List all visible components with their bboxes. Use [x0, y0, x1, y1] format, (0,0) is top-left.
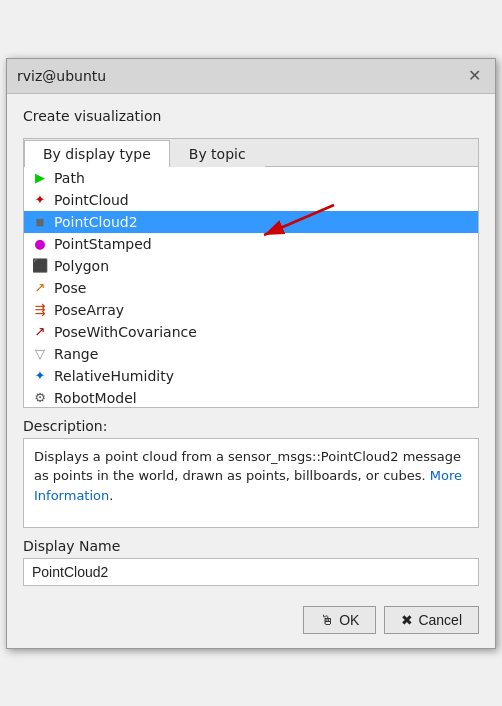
- close-button[interactable]: ✕: [463, 65, 485, 87]
- pointcloud2-label: PointCloud2: [54, 214, 138, 230]
- description-text: Displays a point cloud from a sensor_msg…: [34, 449, 461, 484]
- display-name-label: Display Name: [23, 538, 479, 554]
- robotmodel-icon: ⚙: [32, 390, 48, 406]
- ok-button[interactable]: 🖱 OK: [303, 606, 376, 634]
- list-item[interactable]: ✦RelativeHumidity: [24, 365, 478, 387]
- relativehumidity-icon: ✦: [32, 368, 48, 384]
- title-bar: rviz@ubuntu ✕: [7, 59, 495, 94]
- tab-container: By display type By topic ▶Path✦PointClou…: [23, 138, 479, 408]
- ok-label: OK: [339, 612, 359, 628]
- pointstamped-label: PointStamped: [54, 236, 152, 252]
- polygon-icon: ⬛: [32, 258, 48, 274]
- tab-by-display-type[interactable]: By display type: [24, 140, 170, 167]
- create-visualization-dialog: rviz@ubuntu ✕ Create visualization By di…: [6, 58, 496, 649]
- description-section: Description: Displays a point cloud from…: [23, 418, 479, 528]
- description-label: Description:: [23, 418, 479, 434]
- list-item[interactable]: ▽Range: [24, 343, 478, 365]
- tab-bar: By display type By topic: [24, 139, 478, 167]
- path-icon: ▶: [32, 170, 48, 186]
- cancel-button[interactable]: ✖ Cancel: [384, 606, 479, 634]
- description-suffix: .: [109, 488, 113, 503]
- pointcloud-icon: ✦: [32, 192, 48, 208]
- pointcloud-label: PointCloud: [54, 192, 129, 208]
- create-visualization-label: Create visualization: [23, 108, 479, 124]
- list-item[interactable]: ⇶PoseArray: [24, 299, 478, 321]
- range-label: Range: [54, 346, 98, 362]
- display-name-section: Display Name: [23, 538, 479, 586]
- posewithcovariance-icon: ↗: [32, 324, 48, 340]
- posearray-label: PoseArray: [54, 302, 124, 318]
- pose-icon: ↗: [32, 280, 48, 296]
- list-item[interactable]: ✦PointCloud: [24, 189, 478, 211]
- cancel-icon: ✖: [401, 612, 413, 628]
- display-name-input[interactable]: [23, 558, 479, 586]
- relativehumidity-label: RelativeHumidity: [54, 368, 174, 384]
- button-bar: 🖱 OK ✖ Cancel: [7, 598, 495, 648]
- list-item[interactable]: ↗Pose: [24, 277, 478, 299]
- cancel-label: Cancel: [418, 612, 462, 628]
- list-item[interactable]: ⚙RobotModel: [24, 387, 478, 407]
- posewithcovariance-label: PoseWithCovariance: [54, 324, 197, 340]
- list-item[interactable]: ◾PointCloud2: [24, 211, 478, 233]
- pose-label: Pose: [54, 280, 86, 296]
- path-label: Path: [54, 170, 85, 186]
- description-box: Displays a point cloud from a sensor_msg…: [23, 438, 479, 528]
- dialog-title: rviz@ubuntu: [17, 68, 106, 84]
- list-item[interactable]: ↗PoseWithCovariance: [24, 321, 478, 343]
- tab-by-topic[interactable]: By topic: [170, 140, 265, 167]
- list-item[interactable]: ●PointStamped: [24, 233, 478, 255]
- range-icon: ▽: [32, 346, 48, 362]
- visualization-list[interactable]: ▶Path✦PointCloud◾PointCloud2●PointStampe…: [24, 167, 478, 407]
- dialog-body: Create visualization By display type By …: [7, 94, 495, 598]
- list-wrapper: ▶Path✦PointCloud◾PointCloud2●PointStampe…: [24, 167, 478, 407]
- posearray-icon: ⇶: [32, 302, 48, 318]
- polygon-label: Polygon: [54, 258, 109, 274]
- list-item[interactable]: ⬛Polygon: [24, 255, 478, 277]
- pointstamped-icon: ●: [32, 236, 48, 252]
- list-item[interactable]: ▶Path: [24, 167, 478, 189]
- ok-icon: 🖱: [320, 612, 334, 628]
- robotmodel-label: RobotModel: [54, 390, 137, 406]
- pointcloud2-icon: ◾: [32, 214, 48, 230]
